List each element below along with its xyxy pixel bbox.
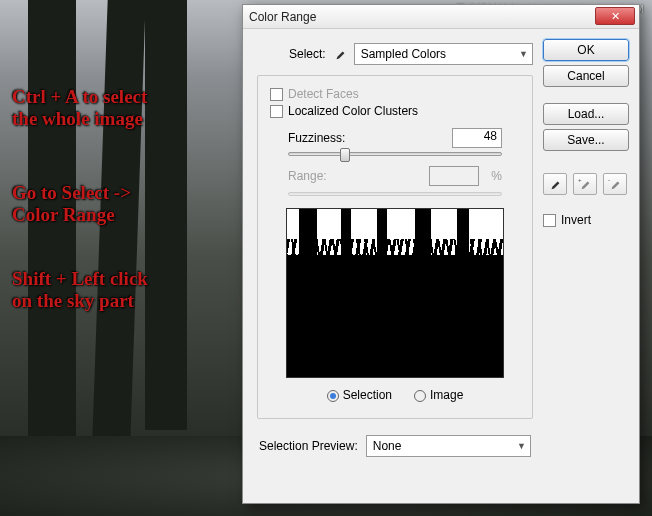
localized-clusters-checkbox[interactable] [270,105,283,118]
fuzziness-slider[interactable] [288,152,502,156]
svg-text:+: + [578,177,582,183]
tree-shape [145,0,187,430]
percent-label: % [491,169,502,183]
options-group: Detect Faces Localized Color Clusters Fu… [257,75,533,419]
radio-image[interactable]: Image [414,388,463,402]
svg-text:-: - [608,177,610,183]
select-label: Select: [289,47,326,61]
detect-faces-checkbox [270,88,283,101]
range-label: Range: [288,169,327,183]
invert-checkbox[interactable] [543,214,556,227]
select-source-dropdown[interactable]: Sampled Colors [354,43,533,65]
load-button[interactable]: Load... [543,103,629,125]
selection-preview-image [286,208,504,378]
detect-faces-label: Detect Faces [288,87,359,101]
radio-icon [327,390,339,402]
titlebar[interactable]: Color Range ✕ [243,5,639,29]
selection-preview-value: None [373,439,402,453]
ok-button[interactable]: OK [543,39,629,61]
fuzziness-input[interactable]: 48 [452,128,502,148]
fuzziness-label: Fuzziness: [288,131,345,145]
eyedropper-subtract-tool[interactable]: - [603,173,627,195]
annotation-shift-click: Shift + Left click on the sky part [12,268,148,312]
invert-label: Invert [561,213,591,227]
save-button[interactable]: Save... [543,129,629,151]
selection-preview-label: Selection Preview: [259,439,358,453]
annotation-select-all: Ctrl + A to select the whole image [12,86,147,130]
radio-selection[interactable]: Selection [327,388,392,402]
eyedropper-tool[interactable] [543,173,567,195]
selection-preview-dropdown[interactable]: None [366,435,531,457]
eyedropper-add-tool[interactable]: + [573,173,597,195]
fuzziness-slider-thumb[interactable] [340,148,350,162]
annotation-color-range: Go to Select -> Color Range [12,182,131,226]
radio-icon [414,390,426,402]
select-source-value: Sampled Colors [361,47,446,61]
eyedropper-icon [332,46,348,62]
localized-clusters-label: Localized Color Clusters [288,104,418,118]
range-input [429,166,479,186]
close-button[interactable]: ✕ [595,7,635,25]
range-slider [288,192,502,196]
dialog-title: Color Range [249,10,316,24]
cancel-button[interactable]: Cancel [543,65,629,87]
color-range-dialog: Color Range ✕ Select: Sampled Colors Det… [242,4,640,504]
